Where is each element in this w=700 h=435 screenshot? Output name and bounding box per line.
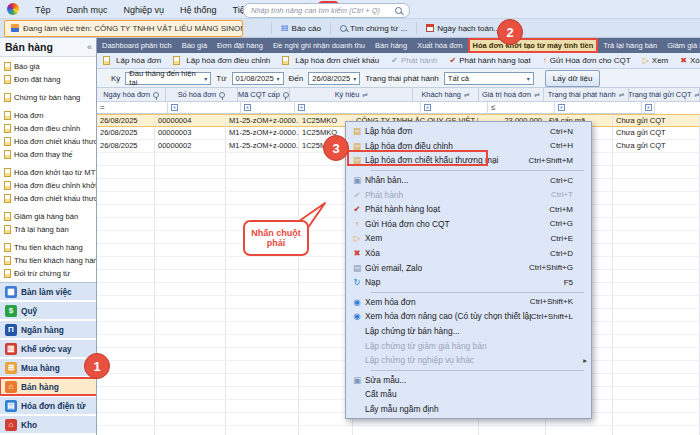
- sidebar-item[interactable]: Chứng từ bán hàng: [0, 91, 96, 104]
- context-menu-item[interactable]: ▤ Lập hóa đơn Ctrl+N ▸: [346, 124, 591, 139]
- column-filter-cell[interactable]: [642, 102, 655, 114]
- column-header[interactable]: Ngày hóa đơn ⇄: [97, 88, 166, 102]
- sidebar-nav-item[interactable]: ▥ Khế ước vay: [0, 340, 97, 357]
- filter-type-icon[interactable]: [424, 104, 431, 111]
- toolbar-button[interactable]: Lập hóa đơn điều chỉnh: [167, 54, 276, 68]
- sidebar-item[interactable]: Hóa đơn khởi tạo từ MTT: [0, 166, 96, 179]
- tab[interactable]: Xuất hóa đơn: [412, 38, 467, 53]
- column-header[interactable]: Giá trị hoá đơn ⇄: [479, 88, 544, 102]
- tab[interactable]: Đơn đặt hàng: [212, 38, 268, 53]
- filter-type-icon[interactable]: [645, 104, 652, 111]
- context-menu-item[interactable]: Lấy mẫu ngầm định ▸: [346, 402, 591, 417]
- context-menu-item[interactable]: ▣ Nhân bản... Ctrl+C ▸: [346, 173, 591, 188]
- column-filter-cell[interactable]: [168, 102, 241, 114]
- sidebar-nav-item[interactable]: $ Quỹ: [0, 302, 97, 319]
- sidebar-nav-item[interactable]: ⊞ Mua hàng: [0, 359, 97, 376]
- column-header[interactable]: Trạng thái gửi CQT ⇄: [629, 88, 700, 102]
- tab[interactable]: Dashboard phân tích: [97, 38, 177, 53]
- sidebar-item[interactable]: Giảm giá hàng bán: [0, 210, 96, 223]
- sidebar-nav-item[interactable]: ⌂ Bán hàng: [0, 378, 97, 395]
- column-filter-cell[interactable]: [421, 102, 488, 114]
- sidebar-item[interactable]: Hóa đơn điều chỉnh: [0, 122, 96, 135]
- sidebar-item[interactable]: Đối trừ chứng từ: [0, 267, 96, 280]
- report-button[interactable]: ▤ Báo cáo: [271, 22, 330, 34]
- sidebar-nav-item[interactable]: ▦ Bàn làm việc: [0, 283, 97, 300]
- context-menu-item[interactable]: ✔ Phát hành hàng loạt Ctrl+M ▸: [346, 202, 591, 217]
- collapse-sidebar-icon[interactable]: «: [87, 42, 92, 52]
- find-voucher-button[interactable]: Tìm chứng từ ...: [330, 22, 416, 34]
- sidebar-item[interactable]: Báo giá: [0, 60, 96, 73]
- status-select[interactable]: Tất cả ▾: [444, 72, 534, 85]
- context-menu-item[interactable]: ▤ Gửi email, Zalo Ctrl+Shift+G ▸: [346, 260, 591, 275]
- sidebar-item[interactable]: Hóa đơn: [0, 109, 96, 122]
- sidebar-nav-item[interactable]: ▤ Hóa đơn điện tử: [0, 397, 97, 414]
- sidebar-item[interactable]: Hóa đơn chiết khấu thương..: [0, 135, 96, 148]
- tab[interactable]: Giảm giá hàng bán: [662, 38, 700, 53]
- column-filter-cell[interactable]: [295, 102, 421, 114]
- context-menu-item[interactable]: ↑ Gửi Hóa đơn cho CQT Ctrl+G ▸: [346, 217, 591, 232]
- period-select[interactable]: Đầu tháng đến hiện tại ▾: [125, 72, 211, 85]
- toolbar-button[interactable]: ✔ Phát hành: [385, 54, 443, 68]
- sort-icon[interactable]: ⇄: [362, 91, 367, 99]
- column-filter-cell[interactable]: [241, 102, 295, 114]
- pin-icon[interactable]: [283, 92, 289, 98]
- menubar-item[interactable]: Tệp: [27, 5, 59, 15]
- toolbar-button[interactable]: Lập hóa đơn chiết khấu: [276, 54, 385, 68]
- working-on-company[interactable]: Đang làm việc trên: CÔNG TY TNHH VẬT LIỆ…: [4, 20, 243, 37]
- column-header[interactable]: Số hóa đơn ⇄: [166, 88, 237, 102]
- search-input[interactable]: [244, 6, 395, 15]
- toolbar-button[interactable]: ✖ Xóa: [674, 54, 700, 68]
- context-menu-item[interactable]: Lập chứng từ giảm giá hàng bán ▸: [346, 338, 591, 353]
- sidebar-item[interactable]: Hóa đơn thay thế: [0, 148, 96, 161]
- tab[interactable]: Trả lại hàng bán: [598, 38, 662, 53]
- column-filter-cell[interactable]: ≤: [488, 102, 555, 114]
- filter-type-icon[interactable]: [171, 104, 178, 111]
- tab[interactable]: Báo giá: [177, 38, 212, 53]
- menubar-item[interactable]: Danh mục: [59, 5, 116, 15]
- filter-type-icon[interactable]: [298, 104, 305, 111]
- sidebar-item[interactable]: Hóa đơn điều chỉnh khởi tạo..: [0, 179, 96, 192]
- context-menu-item[interactable]: Lập chứng từ bán hàng... ▸: [346, 324, 591, 339]
- load-data-button[interactable]: Lấy dữ liệu: [545, 70, 601, 87]
- tab[interactable]: Đề nghị ghi nhận doanh thu: [268, 38, 370, 53]
- to-date-input[interactable]: 26/08/2025 ▾: [308, 72, 360, 85]
- sort-icon[interactable]: ⇄: [694, 91, 699, 99]
- column-header[interactable]: Mã CQT cấp ⇄: [238, 88, 291, 102]
- context-menu-item[interactable]: ▤ Lập hóa đơn điều chỉnh Ctrl+H ▸: [346, 139, 591, 154]
- context-menu-item[interactable]: ◉ Xem hóa đơn Ctrl+Shift+K ▸: [346, 295, 591, 310]
- app-logo-icon[interactable]: [7, 3, 19, 15]
- pin-icon[interactable]: [153, 92, 159, 98]
- from-date-input[interactable]: 01/08/2025 ▾: [232, 72, 284, 85]
- sidebar-item[interactable]: Trả lại hàng bán: [0, 223, 96, 236]
- tab[interactable]: Hóa đơn khởi tạo từ máy tính tiền: [468, 38, 599, 53]
- menubar-item[interactable]: Nghiệp vụ: [116, 5, 173, 15]
- context-menu-item[interactable]: Lập chứng từ nghiệp vụ khác ▸: [346, 353, 591, 368]
- context-menu-item[interactable]: ▣ Sửa mẫu... ▸: [346, 373, 591, 388]
- context-menu-item[interactable]: ▷ Xem Ctrl+E ▸: [346, 231, 591, 246]
- toolbar-button[interactable]: Lập hóa đơn: [97, 54, 167, 68]
- search-icon[interactable]: [395, 7, 402, 14]
- filter-type-icon[interactable]: [244, 104, 251, 111]
- toolbar-button[interactable]: ✔ Phát hành hàng loạt: [443, 54, 536, 68]
- column-filter-cell[interactable]: [555, 102, 642, 114]
- sort-icon[interactable]: ⇄: [464, 91, 469, 99]
- sidebar-nav-item[interactable]: ⌂ Kho: [0, 416, 97, 433]
- context-menu-item[interactable]: Cất mẫu ▸: [346, 387, 591, 402]
- context-menu-item[interactable]: ◉ Xem hóa đơn nâng cao (Có tùy chọn thiế…: [346, 309, 591, 324]
- posting-date-button[interactable]: Ngày hạch toán...: [416, 22, 509, 34]
- menubar-item[interactable]: Hệ thống: [172, 5, 225, 15]
- filter-type-icon[interactable]: [558, 104, 565, 111]
- column-header[interactable]: Trạng thái phát hành ⇄: [544, 88, 629, 102]
- toolbar-button[interactable]: ↑ Gửi Hóa đơn cho CQT: [537, 54, 637, 68]
- sidebar-item[interactable]: Thu tiền khách hàng hàng l..: [0, 254, 96, 267]
- sidebar-item[interactable]: Thu tiền khách hàng: [0, 241, 96, 254]
- sidebar-item[interactable]: Đơn đặt hàng: [0, 73, 96, 86]
- pin-icon[interactable]: [219, 92, 225, 98]
- context-menu-item[interactable]: ✖ Xóa Ctrl+D ▸: [346, 246, 591, 261]
- toolbar-button[interactable]: ▷ Xem: [637, 54, 675, 68]
- context-menu-item[interactable]: ✔ Phát hành Ctrl+T ▸: [346, 187, 591, 202]
- column-header[interactable]: Ký hiệu ⇄: [290, 88, 413, 102]
- column-header[interactable]: Khách hàng ⇄: [413, 88, 478, 102]
- sort-icon[interactable]: ⇄: [534, 91, 539, 99]
- context-menu-item[interactable]: ↻ Nạp F5 ▸: [346, 275, 591, 290]
